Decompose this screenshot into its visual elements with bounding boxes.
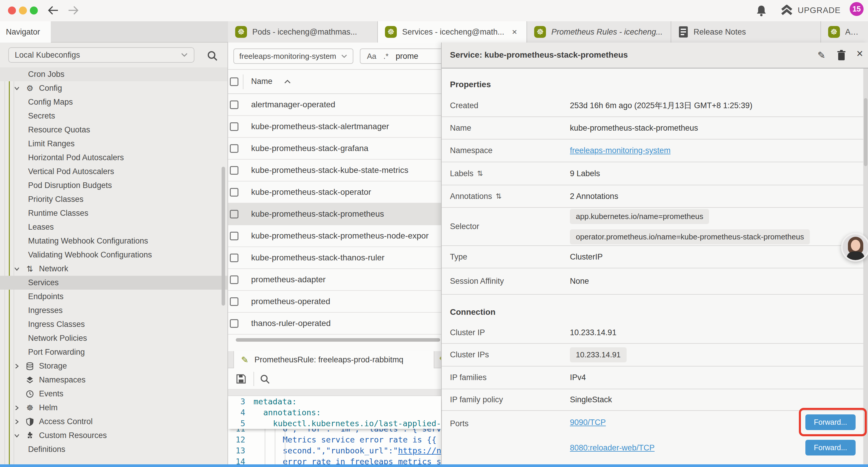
- table-row[interactable]: prometheus-operated: [228, 291, 441, 313]
- select-all-checkbox[interactable]: [230, 78, 239, 86]
- table-row[interactable]: thanos-ruler-operated: [228, 313, 441, 334]
- sidebar-scrollbar[interactable]: [222, 167, 225, 305]
- search-input[interactable]: Aa .* prome: [360, 49, 448, 64]
- row-checkbox[interactable]: [230, 144, 239, 153]
- table-row[interactable]: kube-prometheus-stack-kube-state-metrics: [228, 159, 441, 181]
- table-row[interactable]: kube-prometheus-stack-alertmanager: [228, 116, 441, 138]
- row-checkbox[interactable]: [230, 100, 239, 109]
- sort-toggle-icon[interactable]: ⇅: [477, 169, 483, 178]
- row-checkbox[interactable]: [230, 188, 239, 197]
- namespace-link[interactable]: freeleaps-monitoring-system: [570, 146, 671, 155]
- sidebar-item-pod-disruption-budgets[interactable]: Pod Disruption Budgets: [0, 178, 227, 193]
- sidebar-item-limit-ranges[interactable]: Limit Ranges: [0, 137, 227, 151]
- row-checkbox[interactable]: [230, 122, 239, 131]
- row-checkbox[interactable]: [230, 254, 239, 262]
- tab-prometheus-rules[interactable]: ☸ Prometheus Rules - icecheng...: [527, 21, 671, 42]
- sidebar-item-ingress-classes[interactable]: Ingress Classes: [0, 317, 227, 331]
- drawer-scrollbar-track[interactable]: [863, 68, 868, 467]
- table-row[interactable]: kube-prometheus-stack-operator: [228, 181, 441, 203]
- sort-asc-icon[interactable]: [284, 79, 291, 84]
- regex-toggle[interactable]: .*: [383, 52, 389, 61]
- notification-count-badge[interactable]: 15: [850, 2, 864, 16]
- sidebar-item-config-maps[interactable]: Config Maps: [0, 95, 227, 109]
- drawer-scrollbar-thumb[interactable]: [864, 98, 867, 166]
- close-icon[interactable]: ×: [857, 48, 863, 59]
- sidebar-item-horizontal-pod-autoscalers[interactable]: Horizontal Pod Autoscalers: [0, 151, 227, 165]
- table-row[interactable]: kube-prometheus-stack-thanos-ruler: [228, 247, 441, 269]
- save-icon[interactable]: [236, 374, 246, 384]
- tab-close-icon[interactable]: ×: [512, 27, 517, 37]
- sidebar-item-mutating-webhook-configurations[interactable]: Mutating Webhook Configurations: [0, 234, 227, 248]
- row-checkbox[interactable]: [230, 275, 239, 284]
- forward-arrow-icon[interactable]: [67, 5, 79, 16]
- sidebar-item-network-policies[interactable]: Network Policies: [0, 331, 227, 345]
- tab-argo[interactable]: ☸ Argo Se: [821, 21, 868, 42]
- chevron-down-icon[interactable]: [13, 85, 21, 92]
- sidebar-group-storage[interactable]: Storage: [0, 359, 227, 373]
- sidebar-item-endpoints[interactable]: Endpoints: [0, 290, 227, 303]
- runbook-url-link[interactable]: https://net: [398, 446, 441, 455]
- trash-icon[interactable]: [837, 50, 846, 61]
- sidebar-group-access-control[interactable]: Access Control: [0, 415, 227, 429]
- back-arrow-icon[interactable]: [47, 5, 59, 16]
- yaml-editor[interactable]: 3metadata: 4annotations: 5kubectl.kubern…: [228, 396, 441, 464]
- table-row[interactable]: kube-prometheus-stack-prometheus-node-ex…: [228, 225, 441, 247]
- sidebar-item-cron-jobs[interactable]: Cron Jobs: [0, 67, 227, 81]
- sort-toggle-icon[interactable]: ⇅: [496, 192, 502, 200]
- sidebar-item-resource-quotas[interactable]: Resource Quotas: [0, 123, 227, 137]
- chevron-right-icon[interactable]: [13, 405, 21, 411]
- port-link-8080-reloader-web[interactable]: 8080:reloader-web/TCP: [570, 443, 655, 453]
- sidebar-item-port-forwarding[interactable]: Port Forwarding: [0, 345, 227, 359]
- horizontal-scrollbar[interactable]: [236, 338, 440, 342]
- editor-search-icon[interactable]: [260, 374, 270, 384]
- editor-body[interactable]: 110", "for": "1m", "labels": {"service":…: [228, 429, 441, 467]
- navigator-panel-tab[interactable]: Navigator: [0, 21, 51, 42]
- forward-button[interactable]: Forward...: [805, 414, 856, 430]
- table-row[interactable]: prometheus-adapter: [228, 269, 441, 291]
- kubeconfig-select[interactable]: Local Kubeconfigs: [8, 47, 194, 63]
- sidebar-group-network[interactable]: ⇅ Network: [0, 262, 227, 276]
- sidebar-item-ingresses[interactable]: Ingresses: [0, 303, 227, 317]
- edit-pencil-icon[interactable]: ✎: [817, 50, 826, 61]
- sidebar-item-leases[interactable]: Leases: [0, 220, 227, 234]
- row-checkbox[interactable]: [230, 297, 239, 306]
- table-row[interactable]: kube-prometheus-stack-grafana: [228, 138, 441, 159]
- sidebar-item-vertical-pod-autoscalers[interactable]: Vertical Pod Autoscalers: [0, 165, 227, 178]
- sidebar-group-namespaces[interactable]: Namespaces: [0, 373, 227, 387]
- match-case-toggle[interactable]: Aa: [367, 52, 376, 61]
- sidebar-group-helm[interactable]: ☸ Helm: [0, 401, 227, 415]
- port-link-9090[interactable]: 9090/TCP: [570, 418, 606, 427]
- dock-tab-prometheusrule[interactable]: ✎ PrometheusRule: freeleaps-prod-rabbitm…: [234, 351, 434, 368]
- row-checkbox[interactable]: [230, 232, 239, 240]
- table-row-selected[interactable]: kube-prometheus-stack-prometheus: [228, 203, 441, 225]
- tab-pods[interactable]: ☸ Pods - icecheng@mathmas...: [228, 21, 378, 42]
- table-row[interactable]: alertmanager-operated: [228, 94, 441, 116]
- notifications-bell-icon[interactable]: [756, 5, 766, 17]
- tab-release-notes[interactable]: Release Notes: [671, 21, 821, 42]
- tab-services[interactable]: ☸ Services - icecheng@math... ×: [378, 21, 527, 42]
- row-checkbox[interactable]: [230, 210, 239, 218]
- row-checkbox[interactable]: [230, 166, 239, 175]
- chevron-right-icon[interactable]: [13, 418, 21, 425]
- sidebar-group-custom-resources[interactable]: Custom Resources: [0, 429, 227, 442]
- sidebar-item-secrets[interactable]: Secrets: [0, 109, 227, 123]
- sidebar-item-definitions[interactable]: Definitions: [0, 442, 227, 456]
- sidebar-group-config[interactable]: ⚙ Config: [0, 81, 227, 95]
- forward-button[interactable]: Forward...: [805, 440, 856, 456]
- sidebar-item-runtime-classes[interactable]: Runtime Classes: [0, 206, 227, 220]
- chevron-down-icon[interactable]: [13, 266, 21, 272]
- sidebar-group-events[interactable]: Events: [0, 387, 227, 401]
- row-checkbox[interactable]: [230, 319, 239, 328]
- chevron-down-icon[interactable]: [13, 432, 21, 439]
- window-zoom-button[interactable]: [30, 6, 38, 14]
- sidebar-item-validating-webhook-configurations[interactable]: Validating Webhook Configurations: [0, 248, 227, 262]
- user-avatar[interactable]: [841, 233, 868, 262]
- sidebar-search-icon[interactable]: [207, 50, 218, 61]
- sidebar-item-priority-classes[interactable]: Priority Classes: [0, 193, 227, 206]
- column-name[interactable]: Name: [251, 77, 272, 86]
- chevron-right-icon[interactable]: [13, 363, 21, 370]
- window-close-button[interactable]: [8, 6, 16, 14]
- sidebar-item-services[interactable]: Services: [0, 276, 227, 290]
- upgrade-button[interactable]: UPGRADE: [780, 5, 840, 16]
- window-minimize-button[interactable]: [19, 6, 27, 14]
